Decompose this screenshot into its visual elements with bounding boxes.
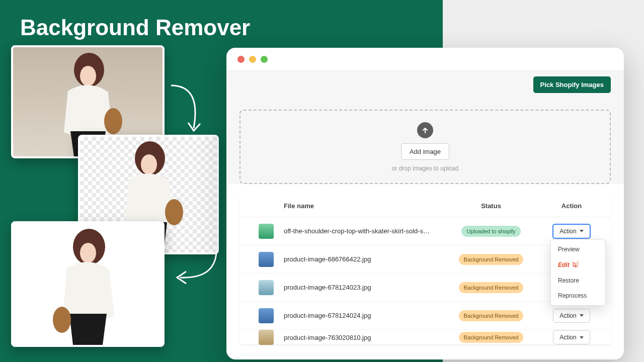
table-row: off-the-shoulder-crop-top-with-skater-sk… bbox=[239, 217, 611, 245]
svg-point-7 bbox=[80, 243, 96, 263]
action-dropdown-button[interactable]: Action bbox=[553, 309, 590, 323]
status-badge: Background Removed bbox=[459, 310, 524, 321]
action-button-label: Action bbox=[559, 312, 576, 319]
status-badge: Background Removed bbox=[459, 282, 524, 293]
toolbar: Pick Shopify Images bbox=[226, 70, 624, 99]
chevron-down-icon bbox=[580, 230, 584, 232]
table-row: product-image-678124024.jpg Background R… bbox=[239, 302, 611, 330]
chevron-down-icon bbox=[580, 314, 584, 317]
window-titlebar bbox=[226, 48, 624, 70]
file-name: off-the-shoulder-crop-top-with-skater-sk… bbox=[284, 227, 441, 235]
svg-point-1 bbox=[80, 66, 96, 86]
svg-line-9 bbox=[577, 261, 578, 262]
page-title: Background Remover bbox=[20, 15, 250, 40]
minimize-icon[interactable] bbox=[249, 56, 256, 63]
action-dropdown-button[interactable]: Action bbox=[552, 224, 590, 239]
maximize-icon[interactable] bbox=[261, 56, 268, 63]
close-icon[interactable] bbox=[237, 56, 245, 63]
app-window: Pick Shopify Images Add image or drop im… bbox=[226, 48, 624, 359]
table-header-row: File name Status Action bbox=[239, 195, 611, 217]
action-button-label: Action bbox=[559, 228, 576, 235]
svg-point-8 bbox=[53, 307, 71, 333]
svg-point-2 bbox=[104, 108, 122, 134]
table-row: product-image-763020810.jpg Background R… bbox=[239, 330, 611, 345]
menu-item-edit-label: Edit bbox=[558, 261, 570, 268]
pick-shopify-images-button[interactable]: Pick Shopify Images bbox=[533, 76, 611, 93]
arrow-icon bbox=[166, 80, 206, 141]
person-figure-icon bbox=[43, 227, 133, 345]
action-dropdown-button[interactable]: Action bbox=[553, 330, 590, 344]
col-header-status: Status bbox=[441, 202, 541, 210]
drop-hint-text: or drop images to upload bbox=[392, 165, 459, 172]
menu-item-preview[interactable]: Preview bbox=[551, 242, 605, 257]
status-badge: Background Removed bbox=[459, 332, 524, 343]
sample-whitebg-card bbox=[11, 221, 165, 347]
file-name: product-image-678124024.jpg bbox=[284, 312, 441, 319]
svg-point-5 bbox=[165, 199, 183, 225]
thumbnail-icon bbox=[259, 280, 274, 295]
thumbnail-icon bbox=[259, 224, 274, 239]
file-name: product-image-678124023.jpg bbox=[284, 284, 441, 291]
svg-line-11 bbox=[577, 265, 578, 266]
upload-icon bbox=[417, 122, 433, 138]
thumbnail-icon bbox=[259, 252, 274, 267]
status-badge: Background Removed bbox=[459, 254, 524, 265]
thumbnail-icon bbox=[259, 330, 274, 345]
action-button-label: Action bbox=[559, 334, 576, 341]
arrow-icon bbox=[171, 241, 221, 289]
menu-item-restore[interactable]: Restore bbox=[551, 273, 605, 288]
svg-point-4 bbox=[141, 154, 157, 174]
add-image-button[interactable]: Add image bbox=[401, 143, 449, 160]
col-header-file: File name bbox=[284, 202, 441, 210]
thumbnail-icon bbox=[259, 308, 274, 323]
upload-dropzone[interactable]: Add image or drop images to upload bbox=[239, 110, 611, 184]
images-table: File name Status Action off-the-shoulder… bbox=[239, 195, 611, 345]
menu-item-edit[interactable]: Edit bbox=[551, 257, 605, 273]
cursor-click-icon bbox=[572, 261, 580, 269]
file-name: product-image-763020810.jpg bbox=[284, 334, 441, 341]
menu-item-reprocess[interactable]: Reprocess bbox=[551, 288, 605, 303]
chevron-down-icon bbox=[580, 336, 584, 339]
action-dropdown-menu: Preview Edit Restore Reprocess bbox=[550, 239, 606, 306]
status-badge: Uploaded to shopify bbox=[461, 226, 520, 237]
col-header-action: Action bbox=[541, 202, 602, 210]
file-name: product-image-686766422.jpg bbox=[284, 255, 441, 263]
